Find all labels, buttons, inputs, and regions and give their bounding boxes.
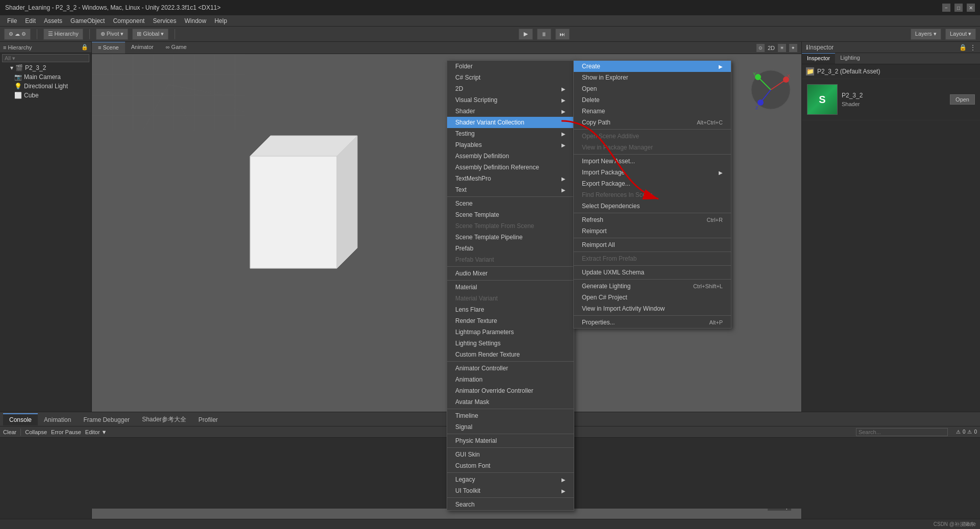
hierarchy-item-camera[interactable]: 📷 Main Camera	[0, 72, 91, 82]
tab-frame-debugger[interactable]: Frame Debugger	[77, 413, 136, 425]
ctx-animator-override[interactable]: Animator Override Controller	[447, 385, 574, 396]
minimize-button[interactable]: −	[942, 4, 950, 12]
menu-file[interactable]: File	[3, 16, 21, 26]
ctx-shader[interactable]: Shader ▶	[447, 106, 574, 117]
ctx2-view-import-activity[interactable]: View in Import Activity Window	[574, 303, 731, 314]
ctx2-open-csharp[interactable]: Open C# Project	[574, 292, 731, 303]
console-collapse-btn[interactable]: Collapse	[25, 429, 47, 435]
fx-toggle[interactable]: ✦	[789, 44, 797, 52]
ctx2-show-explorer[interactable]: Show in Explorer	[574, 72, 731, 83]
hierarchy-toggle[interactable]: ☰ Hierarchy	[43, 29, 83, 40]
layout-dropdown[interactable]: Layout ▾	[945, 29, 976, 40]
ctx-timeline[interactable]: Timeline	[447, 410, 574, 421]
tab-game[interactable]: ∞ Game	[160, 42, 193, 54]
ctx-scene[interactable]: Scene	[447, 198, 574, 209]
hierarchy-item-cube[interactable]: ⬜ Cube	[0, 91, 91, 100]
ctx2-select-dependencies[interactable]: Select Dependencies	[574, 200, 731, 212]
ctx2-generate-lighting[interactable]: Generate Lighting Ctrl+Shift+L	[574, 281, 731, 292]
tab-scene[interactable]: ≡ Scene	[92, 42, 125, 54]
ctx-folder[interactable]: Folder	[447, 61, 574, 72]
ctx-scene-template-pipeline[interactable]: Scene Template Pipeline	[447, 232, 574, 243]
console-editor-btn[interactable]: Editor ▼	[85, 429, 107, 435]
ctx-visual-scripting[interactable]: Visual Scripting ▶	[447, 94, 574, 106]
step-button[interactable]: ⏭	[555, 29, 570, 40]
ctx2-rename[interactable]: Rename	[574, 106, 731, 117]
menu-assets[interactable]: Assets	[40, 16, 66, 26]
tab-shader-ref[interactable]: Shader参考大全	[136, 412, 192, 426]
pause-button[interactable]: ⏸	[537, 29, 551, 40]
menu-services[interactable]: Services	[149, 16, 180, 26]
ctx2-update-uxml[interactable]: Update UXML Schema	[574, 267, 731, 278]
ctx2-refresh[interactable]: Refresh Ctrl+R	[574, 214, 731, 225]
ctx-textmeshpro[interactable]: TextMeshPro ▶	[447, 173, 574, 184]
layers-dropdown[interactable]: Layers ▾	[911, 29, 941, 40]
ctx-legacy[interactable]: Legacy ▶	[447, 474, 574, 485]
console-clear-btn[interactable]: Clear	[3, 429, 16, 435]
pivot-btn[interactable]: ⊕ Pivot ▾	[96, 29, 129, 40]
ctx-custom-render-texture[interactable]: Custom Render Texture	[447, 349, 574, 360]
lighting-toggle[interactable]: ☀	[778, 44, 786, 52]
close-button[interactable]: ✕	[967, 4, 975, 12]
ctx2-delete[interactable]: Delete	[574, 94, 731, 106]
ctx-2d[interactable]: 2D ▶	[447, 83, 574, 94]
ctx-avatar-mask[interactable]: Avatar Mask	[447, 396, 574, 408]
hierarchy-scene-root[interactable]: ▾ 🎬 P2_3_2	[0, 63, 91, 72]
ctx-lighting-settings[interactable]: Lighting Settings	[447, 338, 574, 349]
inspector-tab-inspector[interactable]: Inspector	[802, 53, 835, 64]
ctx-lightmap-params[interactable]: Lightmap Parameters	[447, 326, 574, 338]
ctx-assembly-def[interactable]: Assembly Definition	[447, 150, 574, 162]
ctx-gui-skin[interactable]: GUI Skin	[447, 449, 574, 460]
ctx-custom-font[interactable]: Custom Font	[447, 460, 574, 471]
ctx2-reimport[interactable]: Reimport	[574, 225, 731, 237]
console-search-input[interactable]	[856, 428, 948, 436]
ctx2-open[interactable]: Open	[574, 83, 731, 94]
ctx2-properties[interactable]: Properties... Alt+P	[574, 317, 731, 328]
hierarchy-item-light[interactable]: 💡 Directional Light	[0, 82, 91, 91]
ctx-lens-flare[interactable]: Lens Flare	[447, 304, 574, 315]
shading-mode-btn[interactable]: ⊙	[756, 44, 765, 52]
ctx-assembly-def-ref[interactable]: Assembly Definition Reference	[447, 162, 574, 173]
menu-help[interactable]: Help	[210, 16, 231, 26]
maximize-button[interactable]: □	[954, 4, 963, 12]
ctx2-export-package[interactable]: Export Package...	[574, 178, 731, 189]
play-button[interactable]: ▶	[519, 29, 533, 40]
ctx-scene-template[interactable]: Scene Template	[447, 209, 574, 220]
ctx2-import-package[interactable]: Import Package ▶	[574, 167, 731, 178]
ctx-shader-variant[interactable]: Shader Variant Collection	[447, 117, 574, 128]
tab-animator[interactable]: Animator	[125, 42, 160, 54]
ctx2-reimport-all[interactable]: Reimport All	[574, 239, 731, 250]
ctx2-create[interactable]: Create ▶	[574, 61, 731, 72]
menu-window[interactable]: Window	[180, 16, 210, 26]
tab-animation[interactable]: Animation	[38, 413, 77, 425]
ctx-search[interactable]: Search	[447, 499, 574, 510]
ctx2-copy-path[interactable]: Copy Path Alt+Ctrl+C	[574, 117, 731, 128]
ctx-csharp[interactable]: C# Script	[447, 72, 574, 83]
ctx2-import-new-asset[interactable]: Import New Asset...	[574, 156, 731, 167]
ctx-signal[interactable]: Signal	[447, 421, 574, 433]
ctx-material[interactable]: Material	[447, 282, 574, 293]
ctx-physic-material[interactable]: Physic Material	[447, 435, 574, 446]
inspector-lock-icon[interactable]: 🔒	[959, 44, 967, 51]
tab-console[interactable]: Console	[3, 413, 38, 425]
open-asset-button[interactable]: Open	[950, 94, 975, 105]
global-btn[interactable]: ⊞ Global ▾	[132, 29, 168, 40]
menu-edit[interactable]: Edit	[21, 16, 40, 26]
console-error-pause-btn[interactable]: Error Pause	[51, 429, 81, 435]
ctx-text[interactable]: Text ▶	[447, 184, 574, 195]
hierarchy-lock-icon[interactable]: 🔒	[81, 44, 88, 51]
inspector-menu-icon[interactable]: ⋮	[970, 44, 976, 51]
ctx-prefab[interactable]: Prefab	[447, 243, 574, 254]
menu-gameobject[interactable]: GameObject	[66, 16, 109, 26]
tab-profiler[interactable]: Profiler	[192, 413, 224, 425]
account-btn[interactable]: ⚙ ☁ ⚙	[4, 29, 31, 40]
ctx-animation[interactable]: Animation	[447, 374, 574, 385]
hierarchy-search-input[interactable]	[2, 54, 89, 62]
ctx-testing[interactable]: Testing ▶	[447, 128, 574, 139]
menu-component[interactable]: Component	[109, 16, 149, 26]
inspector-tab-lighting[interactable]: Lighting	[835, 53, 865, 64]
2d-btn[interactable]: 2D	[768, 45, 775, 51]
ctx-animator-controller[interactable]: Animator Controller	[447, 363, 574, 374]
ctx-audio-mixer[interactable]: Audio Mixer	[447, 268, 574, 279]
ctx-playables[interactable]: Playables ▶	[447, 139, 574, 150]
ctx-ui-toolkit[interactable]: UI Toolkit ▶	[447, 485, 574, 496]
